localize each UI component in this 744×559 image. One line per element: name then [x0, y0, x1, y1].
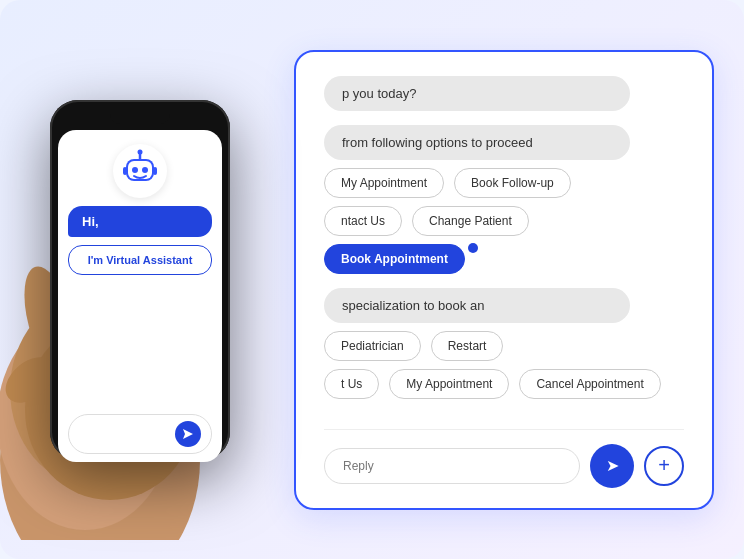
svg-marker-18 — [183, 429, 193, 439]
change-patient-btn[interactable]: Change Patient — [412, 206, 529, 236]
chat-bubble-1: p you today? — [324, 76, 630, 111]
bot-face-icon — [118, 149, 162, 193]
phone-wrapper: Hi, I'm Virtual Assistant — [50, 100, 230, 460]
my-appointment-btn[interactable]: My Appointment — [324, 168, 444, 198]
options-row-2: ntact Us Change Patient — [324, 206, 684, 236]
options-section-1: from following options to proceed My App… — [324, 125, 684, 274]
chat-bubble-3: specialization to book an — [324, 288, 630, 323]
svg-point-15 — [142, 167, 148, 173]
chat-bubble-2: from following options to proceed — [324, 125, 630, 160]
phone-send-button[interactable] — [175, 421, 201, 447]
phone-greeting-bubble: Hi, — [68, 206, 212, 237]
contact-us-btn[interactable]: ntact Us — [324, 206, 402, 236]
message-row-1: p you today? — [324, 76, 684, 111]
svg-rect-17 — [153, 167, 157, 175]
send-button[interactable]: ➤ — [590, 444, 634, 488]
svg-rect-13 — [128, 161, 152, 179]
reply-input[interactable] — [324, 448, 580, 484]
options-row-5: t Us My Appointment Cancel Appointment — [324, 369, 684, 399]
my-appointment-btn-2[interactable]: My Appointment — [389, 369, 509, 399]
phone-screen: Hi, I'm Virtual Assistant — [58, 130, 222, 462]
svg-point-11 — [138, 149, 143, 154]
options-row-3: Book Appointment — [324, 244, 684, 274]
phone-assistant-label: I'm Virtual Assistant — [68, 245, 212, 275]
phone-send-icon — [182, 428, 194, 440]
book-followup-btn[interactable]: Book Follow-up — [454, 168, 571, 198]
plus-button[interactable]: + — [644, 446, 684, 486]
phone-device: Hi, I'm Virtual Assistant — [50, 100, 230, 460]
book-appointment-btn[interactable]: Book Appointment — [324, 244, 465, 274]
t-us-btn[interactable]: t Us — [324, 369, 379, 399]
cancel-appointment-btn[interactable]: Cancel Appointment — [519, 369, 660, 399]
options-section-2: specialization to book an Pediatrician R… — [324, 288, 684, 399]
send-icon: ➤ — [606, 456, 619, 475]
svg-point-14 — [132, 167, 138, 173]
bot-avatar — [113, 144, 167, 198]
notification-dot — [468, 243, 478, 253]
scene: p you today? from following options to p… — [0, 0, 744, 559]
restart-btn[interactable]: Restart — [431, 331, 504, 361]
chat-panel: p you today? from following options to p… — [294, 50, 714, 510]
pediatrician-btn[interactable]: Pediatrician — [324, 331, 421, 361]
phone-notch — [110, 114, 170, 124]
options-row-1: My Appointment Book Follow-up — [324, 168, 684, 198]
options-row-4: Pediatrician Restart — [324, 331, 684, 361]
phone-input-row — [68, 414, 212, 454]
chat-input-row: ➤ + — [324, 429, 684, 488]
svg-rect-16 — [123, 167, 127, 175]
